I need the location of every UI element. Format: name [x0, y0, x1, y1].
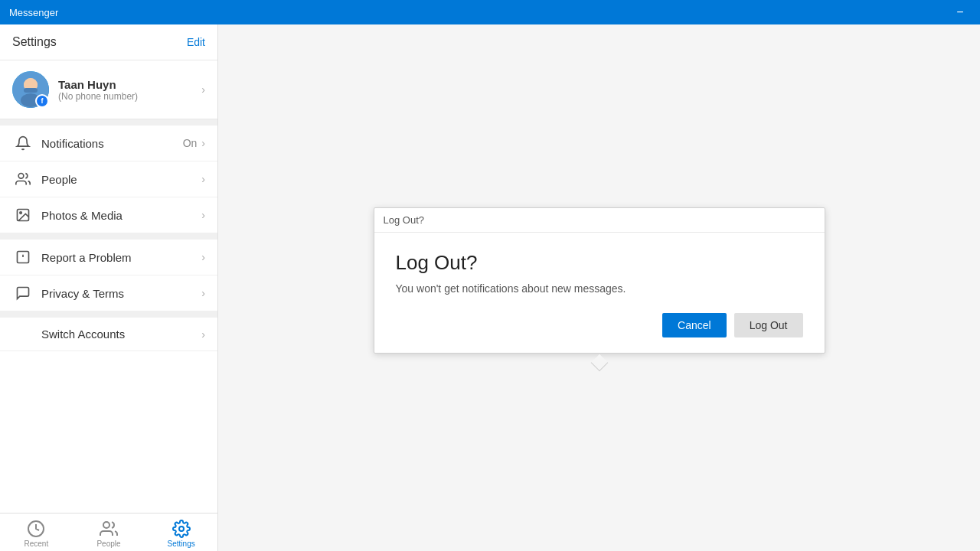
bottom-nav: Recent People Settings	[0, 513, 217, 551]
dialog-arrow	[590, 354, 608, 371]
facebook-badge: f	[35, 94, 49, 108]
profile-chevron: ›	[201, 83, 205, 96]
nav-people-icon	[100, 520, 118, 538]
cancel-button[interactable]: Cancel	[662, 313, 727, 337]
sidebar-header: Settings Edit	[0, 24, 217, 60]
logout-button[interactable]: Log Out	[734, 313, 803, 337]
app-title: Messenger	[9, 7, 58, 18]
nav-item-people[interactable]: People	[73, 514, 145, 551]
minimize-button[interactable]: −	[949, 2, 971, 23]
photos-media-chevron: ›	[201, 209, 205, 221]
app-body: Settings Edit f	[0, 24, 980, 551]
report-problem-icon	[12, 249, 34, 265]
dialog-message: You won't get notifications about new me…	[396, 282, 803, 295]
profile-info: Taan Huyn (No phone number)	[58, 78, 201, 102]
nav-item-recent[interactable]: Recent	[0, 514, 73, 551]
avatar-container: f	[12, 71, 49, 108]
sidebar-item-switch-accounts[interactable]: Switch Accounts ›	[0, 318, 217, 351]
recent-icon	[27, 520, 45, 538]
sidebar-item-privacy-terms[interactable]: Privacy & Terms ›	[0, 276, 217, 311]
nav-item-settings[interactable]: Settings	[145, 514, 217, 551]
switch-accounts-chevron: ›	[201, 328, 205, 341]
dialog-heading: Log Out?	[396, 251, 803, 275]
profile-name: Taan Huyn	[58, 78, 201, 91]
sidebar-item-photos-media[interactable]: Photos & Media ›	[0, 197, 217, 233]
notifications-icon	[12, 135, 34, 151]
svg-point-5	[18, 174, 24, 179]
divider-1	[0, 119, 217, 126]
profile-row[interactable]: f Taan Huyn (No phone number) ›	[0, 60, 217, 119]
privacy-terms-chevron: ›	[201, 287, 205, 299]
privacy-terms-icon	[12, 285, 34, 301]
privacy-terms-label: Privacy & Terms	[41, 287, 201, 300]
window-controls: −	[949, 2, 971, 23]
svg-point-12	[103, 522, 109, 528]
main-content: Log Out? Log Out? You won't get notifica…	[218, 24, 980, 551]
dialog-body: Log Out? You won't get notifications abo…	[374, 233, 825, 353]
svg-rect-4	[24, 88, 38, 93]
nav-people-label: People	[96, 540, 120, 548]
nav-settings-label: Settings	[168, 540, 195, 548]
photos-media-label: Photos & Media	[41, 209, 201, 222]
dialog-overlay: Log Out? Log Out? You won't get notifica…	[218, 24, 980, 551]
logout-dialog: Log Out? Log Out? You won't get notifica…	[374, 207, 825, 354]
sidebar: Settings Edit f	[0, 24, 218, 551]
nav-recent-label: Recent	[24, 540, 48, 548]
report-problem-chevron: ›	[201, 251, 205, 263]
svg-point-7	[20, 212, 21, 214]
divider-3	[0, 311, 217, 318]
sidebar-item-people[interactable]: People ›	[0, 161, 217, 197]
sidebar-item-report-problem[interactable]: Report a Problem ›	[0, 240, 217, 276]
notifications-value: On	[183, 137, 198, 149]
people-chevron: ›	[201, 173, 205, 185]
divider-2	[0, 233, 217, 240]
title-bar: Messenger −	[0, 0, 980, 24]
nav-settings-icon	[172, 520, 191, 538]
notifications-chevron: ›	[201, 137, 205, 149]
switch-accounts-label: Switch Accounts	[41, 328, 201, 341]
settings-title: Settings	[12, 35, 57, 49]
profile-sub: (No phone number)	[58, 91, 201, 102]
photos-media-icon	[12, 207, 34, 223]
edit-button[interactable]: Edit	[187, 36, 205, 48]
people-label: People	[41, 173, 201, 186]
notifications-label: Notifications	[41, 137, 183, 150]
dialog-actions: Cancel Log Out	[396, 313, 803, 337]
dialog-titlebar: Log Out?	[374, 208, 825, 233]
report-problem-label: Report a Problem	[41, 251, 201, 264]
svg-point-13	[179, 527, 184, 531]
people-icon	[12, 171, 34, 187]
sidebar-item-notifications[interactable]: Notifications On ›	[0, 126, 217, 161]
